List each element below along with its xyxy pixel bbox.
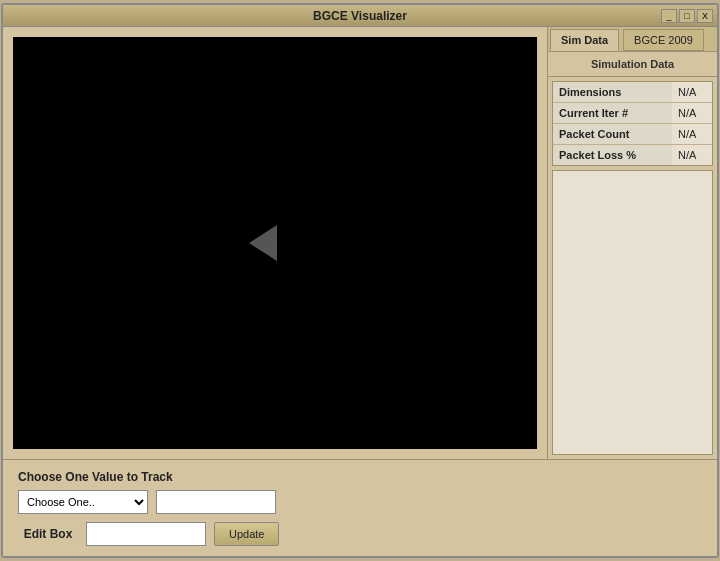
update-button[interactable]: Update xyxy=(214,522,279,546)
bottom-controls: Choose One Value to Track Choose One.. O… xyxy=(3,459,717,556)
right-panel-spacer xyxy=(552,170,713,455)
packet-count-value: N/A xyxy=(672,124,712,144)
window-content: Sim Data BGCE 2009 Simulation Data Dimen… xyxy=(3,27,717,459)
edit-box-input[interactable] xyxy=(86,522,206,546)
table-row: Packet Count N/A xyxy=(553,124,712,145)
title-bar: BGCE Visualizer _ □ X xyxy=(3,5,717,27)
simulation-data-header: Simulation Data xyxy=(548,52,717,77)
window-title: BGCE Visualizer xyxy=(313,9,407,23)
edit-row: Edit Box Update xyxy=(18,522,702,546)
minimize-button[interactable]: _ xyxy=(661,9,677,23)
dimensions-label: Dimensions xyxy=(553,82,672,102)
simulation-data-table: Dimensions N/A Current Iter # N/A Packet… xyxy=(552,81,713,166)
play-arrow-icon xyxy=(249,225,277,261)
visualizer-canvas xyxy=(13,37,537,449)
track-value-input[interactable] xyxy=(156,490,276,514)
right-panel: Sim Data BGCE 2009 Simulation Data Dimen… xyxy=(547,27,717,459)
table-row: Dimensions N/A xyxy=(553,82,712,103)
edit-box-label: Edit Box xyxy=(18,527,78,541)
packet-loss-value: N/A xyxy=(672,145,712,165)
table-row: Current Iter # N/A xyxy=(553,103,712,124)
close-button[interactable]: X xyxy=(697,9,713,23)
left-panel xyxy=(3,27,547,459)
current-iter-value: N/A xyxy=(672,103,712,123)
maximize-button[interactable]: □ xyxy=(679,9,695,23)
packet-count-label: Packet Count xyxy=(553,124,672,144)
dimensions-value: N/A xyxy=(672,82,712,102)
current-iter-label: Current Iter # xyxy=(553,103,672,123)
tab-bar: Sim Data BGCE 2009 xyxy=(548,27,717,52)
packet-loss-label: Packet Loss % xyxy=(553,145,672,165)
track-label: Choose One Value to Track xyxy=(18,470,702,484)
main-window: BGCE Visualizer _ □ X Sim Data BGCE 2009… xyxy=(1,3,719,558)
choose-one-select[interactable]: Choose One.. Option 1 Option 2 Option 3 xyxy=(18,490,148,514)
table-row: Packet Loss % N/A xyxy=(553,145,712,165)
title-bar-buttons: _ □ X xyxy=(661,9,713,23)
track-row: Choose One.. Option 1 Option 2 Option 3 xyxy=(18,490,702,514)
tab-bgce-2009[interactable]: BGCE 2009 xyxy=(623,29,704,51)
tab-sim-data[interactable]: Sim Data xyxy=(550,29,619,51)
